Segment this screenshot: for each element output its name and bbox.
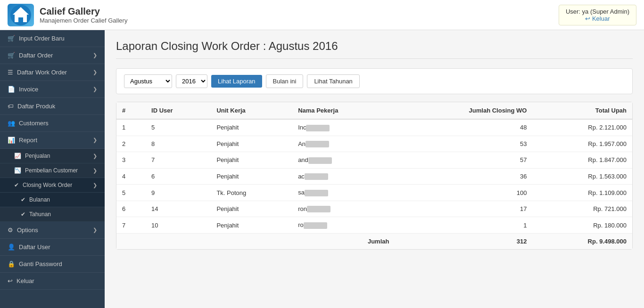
- sidebar-item-input-order[interactable]: 🛒 Input Order Baru: [0, 30, 105, 47]
- cell-jumlah: 1: [395, 217, 532, 234]
- cell-jumlah: 48: [395, 119, 532, 136]
- chevron-right-icon5: ❯: [93, 168, 97, 174]
- sidebar-label: Daftar Produk: [17, 103, 55, 110]
- sidebar-item-invoice[interactable]: 📄 Invoice ❯: [0, 81, 105, 98]
- table-row: 2 8 Penjahit An 53 Rp. 1.957.000: [116, 136, 632, 152]
- bar2-icon: 📉: [14, 167, 21, 174]
- cell-total: Rp. 1.957.000: [532, 136, 632, 152]
- app-title: Calief Gallery: [40, 6, 127, 17]
- cell-nama-pekerja: sa: [292, 185, 395, 201]
- svg-rect-2: [18, 17, 23, 22]
- header: Calief Gallery Manajemen Order Calief Ga…: [0, 0, 644, 30]
- sidebar-item-daftar-work-order[interactable]: ☰ Daftar Work Order ❯: [0, 64, 105, 81]
- blurred-name: [308, 157, 332, 164]
- cell-jumlah: 57: [395, 152, 532, 169]
- cell-no: 6: [116, 201, 146, 217]
- users-icon: 👥: [8, 120, 15, 127]
- sidebar-item-report[interactable]: 📊 Report ❯: [0, 132, 105, 149]
- cell-nama-pekerja: ro: [292, 217, 395, 234]
- cell-nama-pekerja: ron: [292, 201, 395, 217]
- sidebar-item-tahunan[interactable]: ✔ Tahunan: [0, 207, 105, 222]
- sidebar-label: Closing Work Order: [23, 182, 72, 188]
- check2-icon: ✔: [21, 196, 25, 203]
- sidebar-item-customers[interactable]: 👥 Customers: [0, 115, 105, 132]
- cell-total: Rp. 1.847.000: [532, 152, 632, 169]
- sidebar-label: Daftar Work Order: [17, 69, 67, 76]
- blurred-name: [304, 222, 327, 229]
- cell-id-user: 9: [146, 185, 211, 201]
- footer-label: Jumlah: [116, 233, 395, 249]
- table-row: 4 6 Penjahit ac 36 Rp. 1.563.000: [116, 168, 632, 185]
- cell-total: Rp. 2.121.000: [532, 119, 632, 136]
- cell-id-user: 14: [146, 201, 211, 217]
- cell-id-user: 7: [146, 152, 211, 169]
- sidebar-label: Pembelian Customer: [25, 167, 78, 174]
- cell-unit-kerja: Tk. Potong: [211, 185, 292, 201]
- sidebar-item-daftar-user[interactable]: 👤 Daftar User: [0, 239, 105, 256]
- sidebar-item-pembelian-customer[interactable]: 📉 Pembelian Customer ❯: [0, 163, 105, 178]
- cell-unit-kerja: Penjahit: [211, 201, 292, 217]
- sidebar-label: Penjualan: [25, 153, 50, 159]
- logout-button[interactable]: ↩ Keluar: [566, 15, 629, 22]
- cell-no: 5: [116, 185, 146, 201]
- tag-icon: 🏷: [8, 103, 14, 110]
- cell-total: Rp. 1.563.000: [532, 168, 632, 185]
- cell-no: 4: [116, 168, 146, 185]
- bulan-ini-button[interactable]: Bulan ini: [266, 74, 304, 88]
- sidebar-item-daftar-order[interactable]: 🛒 Daftar Order ❯: [0, 47, 105, 64]
- logo: [8, 4, 34, 26]
- cell-total: Rp. 721.000: [532, 201, 632, 217]
- lihat-tahunan-button[interactable]: Lihat Tahunan: [307, 74, 359, 88]
- chevron-right-icon4: ❯: [93, 153, 97, 159]
- cell-no: 1: [116, 119, 146, 136]
- blurred-name: [305, 173, 328, 180]
- col-unit-kerja: Unit Kerja: [211, 102, 292, 119]
- sidebar-label: Daftar User: [19, 243, 50, 251]
- cell-total: Rp. 180.000: [532, 217, 632, 234]
- chevron-right-icon6: ❯: [93, 227, 97, 233]
- sidebar-item-bulanan[interactable]: ✔ Bulanan: [0, 193, 105, 207]
- blurred-name: [306, 125, 330, 131]
- app-subtitle: Manajemen Order Calief Gallery: [40, 17, 127, 24]
- cart2-icon: 🛒: [8, 52, 15, 59]
- blurred-name: [307, 206, 330, 212]
- cell-id-user: 10: [146, 217, 211, 234]
- sidebar-item-daftar-produk[interactable]: 🏷 Daftar Produk: [0, 98, 105, 115]
- cell-unit-kerja: Penjahit: [211, 119, 292, 136]
- col-total-upah: Total Upah: [532, 102, 632, 119]
- cell-jumlah: 36: [395, 168, 532, 185]
- sidebar-item-keluar[interactable]: ↩ Keluar: [0, 273, 105, 290]
- cell-nama-pekerja: An: [292, 136, 395, 152]
- cell-jumlah: 53: [395, 136, 532, 152]
- sidebar-item-closing-work-order[interactable]: ✔ Closing Work Order ❯: [0, 178, 105, 193]
- user-icon: 👤: [8, 243, 15, 251]
- report-table: # ID User Unit Kerja Nama Pekerja Jumlah…: [116, 102, 632, 249]
- sidebar-item-ganti-password[interactable]: 🔒 Ganti Password: [0, 256, 105, 273]
- main-content: Laporan Closing Work Order : Agustus 201…: [105, 30, 644, 308]
- cell-nama-pekerja: ac: [292, 168, 395, 185]
- bar-icon: 📈: [14, 153, 21, 159]
- chart-icon: 📊: [8, 137, 15, 144]
- lihat-laporan-button[interactable]: Lihat Laporan: [211, 75, 262, 88]
- cell-no: 7: [116, 217, 146, 234]
- sidebar-item-options[interactable]: ⚙ Options ❯: [0, 222, 105, 239]
- check-icon: ✔: [14, 182, 19, 188]
- closing-submenu: ✔ Bulanan ✔ Tahunan: [0, 193, 105, 222]
- year-select[interactable]: 2014 2015 2016 2017: [176, 74, 207, 88]
- sidebar: 🛒 Input Order Baru 🛒 Daftar Order ❯ ☰ Da…: [0, 30, 105, 308]
- table-row: 6 14 Penjahit ron 17 Rp. 721.000: [116, 201, 632, 217]
- table-footer-row: Jumlah 312 Rp. 9.498.000: [116, 233, 632, 249]
- sidebar-label: Daftar Order: [19, 52, 53, 59]
- layout: 🛒 Input Order Baru 🛒 Daftar Order ❯ ☰ Da…: [0, 30, 644, 308]
- chevron-right-icon3: ❯: [93, 86, 97, 92]
- sidebar-item-penjualan[interactable]: 📈 Penjualan ❯: [0, 149, 105, 163]
- filter-bar: Januari Februari Maret April Mei Juni Ju…: [116, 68, 633, 94]
- chevron-right-icon: ❯: [93, 52, 97, 58]
- month-select[interactable]: Januari Februari Maret April Mei Juni Ju…: [124, 74, 172, 88]
- check3-icon: ✔: [21, 211, 25, 218]
- cart-icon: 🛒: [8, 35, 15, 42]
- table-row: 5 9 Tk. Potong sa 100 Rp. 1.109.000: [116, 185, 632, 201]
- cell-nama-pekerja: Inc: [292, 119, 395, 136]
- lock-icon: 🔒: [8, 260, 15, 267]
- chevron-down-icon2: ❯: [93, 182, 97, 188]
